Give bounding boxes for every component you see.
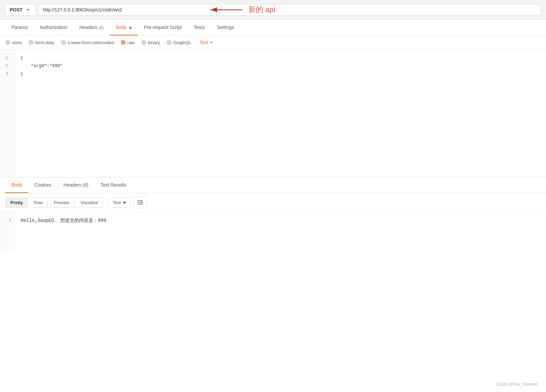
- response-tab-test-results[interactable]: Test Results: [94, 177, 132, 193]
- option-form-data[interactable]: form-data: [29, 40, 54, 45]
- radio-none-icon: [5, 40, 10, 45]
- response-options-row: Pretty Raw Preview Visualize Text: [0, 193, 546, 212]
- view-pretty-button[interactable]: Pretty: [5, 197, 28, 208]
- tab-headers[interactable]: Headers (8): [73, 20, 110, 35]
- format-chevron-icon: [210, 42, 213, 43]
- wrap-lines-button[interactable]: [133, 197, 147, 208]
- tab-settings[interactable]: Settings: [211, 20, 240, 35]
- body-options-row: none form-data x-www-form-urlencoded raw…: [0, 36, 546, 50]
- radio-form-data-icon: [29, 40, 33, 45]
- option-graphql[interactable]: GraphQL: [167, 40, 191, 45]
- response-tabs: Body Cookies Headers (6) Test Results: [0, 177, 546, 193]
- response-format-dropdown[interactable]: Text: [108, 197, 131, 208]
- view-visualize-button[interactable]: Visualize: [76, 197, 103, 208]
- code-editor: 1 2 3 { "arg0":"999" }: [0, 50, 546, 177]
- radio-urlencoded-icon: [61, 40, 66, 45]
- svg-marker-1: [123, 202, 126, 204]
- footer: CSDN @Roy_Sashulin: [496, 382, 538, 387]
- response-tab-body[interactable]: Body: [5, 177, 28, 193]
- code-content[interactable]: { "arg0":"999" }: [15, 50, 546, 177]
- response-line-numbers: 1: [0, 212, 15, 252]
- view-preview-button[interactable]: Preview: [49, 197, 74, 208]
- line-numbers: 1 2 3: [0, 50, 15, 177]
- method-select[interactable]: POST: [5, 4, 36, 15]
- method-chevron-icon: [27, 9, 29, 11]
- option-binary[interactable]: binary: [141, 40, 160, 45]
- tab-tests[interactable]: Tests: [188, 20, 211, 35]
- view-raw-button[interactable]: Raw: [29, 197, 48, 208]
- body-dot-indicator: [129, 27, 132, 29]
- format-dropdown[interactable]: Text: [199, 40, 213, 45]
- wrap-lines-icon: [137, 199, 143, 205]
- tab-pre-request-script[interactable]: Pre-request Script: [138, 20, 188, 35]
- radio-raw-icon: [121, 40, 126, 45]
- url-bar: POST 新的 api: [0, 0, 546, 20]
- option-urlencoded[interactable]: x-www-form-urlencoded: [61, 40, 114, 45]
- response-tab-cookies[interactable]: Cookies: [28, 177, 58, 193]
- radio-graphql-icon: [167, 40, 171, 45]
- tab-authorization[interactable]: Authorization: [34, 20, 73, 35]
- response-tab-headers[interactable]: Headers (6): [58, 177, 95, 193]
- response-body: 1 Hello,SoapUI. 您提交的内容是：999: [0, 212, 546, 252]
- method-label: POST: [10, 7, 23, 12]
- tab-body[interactable]: Body: [110, 20, 138, 35]
- radio-binary-icon: [141, 40, 146, 45]
- response-content: Hello,SoapUI. 您提交的内容是：999: [15, 212, 546, 252]
- response-format-chevron-icon: [123, 200, 126, 205]
- tab-params[interactable]: Params: [5, 20, 34, 35]
- option-raw[interactable]: raw: [121, 40, 135, 45]
- request-tabs: Params Authorization Headers (8) Body Pr…: [0, 20, 546, 36]
- url-input[interactable]: [38, 4, 541, 15]
- option-none[interactable]: none: [5, 40, 22, 45]
